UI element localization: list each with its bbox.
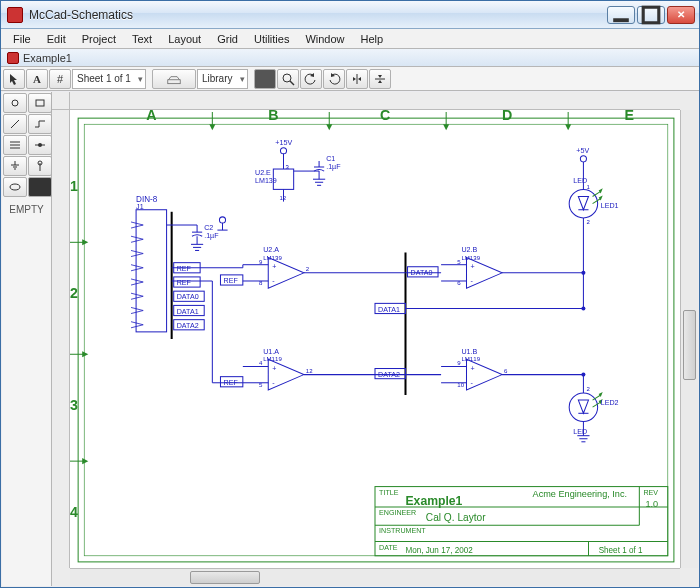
power-5v[interactable]: +5V xyxy=(576,147,589,182)
svg-text:Cal Q. Laytor: Cal Q. Laytor xyxy=(426,512,486,523)
svg-text:9: 9 xyxy=(457,359,461,366)
component-din8[interactable]: DIN-8 J1 xyxy=(131,195,167,332)
pointer-tool[interactable] xyxy=(3,69,25,89)
document-titlebar: Example1 xyxy=(1,49,699,67)
svg-text:+: + xyxy=(471,365,475,373)
component-led2[interactable]: LED2 LED 2 xyxy=(569,375,618,442)
component-led1[interactable]: LED LED1 1 2 xyxy=(569,177,618,308)
svg-line-32 xyxy=(131,225,143,228)
flip-h-tool[interactable] xyxy=(346,69,368,89)
scrollbar-thumb[interactable] xyxy=(190,571,260,584)
fill-tool-icon[interactable] xyxy=(28,177,52,197)
svg-text:Example1: Example1 xyxy=(406,494,463,508)
col-label: E xyxy=(624,110,633,123)
svg-point-69 xyxy=(219,217,225,223)
component-u2a[interactable]: + - U2.A LM139 9 8 2 xyxy=(243,246,406,288)
component-u2e[interactable]: U2.E LM139 3 12 xyxy=(255,163,294,202)
svg-line-43 xyxy=(131,307,143,310)
menu-window[interactable]: Window xyxy=(297,31,352,47)
svg-text:-: - xyxy=(272,277,275,285)
power-tool-icon[interactable] xyxy=(28,156,52,176)
svg-text:REF: REF xyxy=(177,265,192,273)
rect-tool-icon[interactable] xyxy=(28,93,52,113)
ruler-corner xyxy=(52,568,70,586)
svg-line-4 xyxy=(290,81,294,85)
text-tool[interactable]: A xyxy=(26,69,48,89)
scrollbar-thumb[interactable] xyxy=(683,310,696,380)
col-tick xyxy=(443,112,449,130)
svg-text:LM139: LM139 xyxy=(461,254,480,261)
svg-text:+: + xyxy=(471,263,475,271)
snap-tool[interactable]: # xyxy=(49,69,71,89)
rotate-left-tool[interactable] xyxy=(300,69,322,89)
left-dock: EMPTY xyxy=(2,92,52,586)
svg-text:LM139: LM139 xyxy=(255,177,277,185)
component-c2[interactable]: C2 .1µF xyxy=(167,224,220,250)
ruler-vertical xyxy=(52,110,70,568)
library-selector[interactable]: Library xyxy=(197,69,248,89)
line-tool-icon[interactable] xyxy=(3,114,27,134)
svg-rect-8 xyxy=(36,100,44,106)
svg-point-175 xyxy=(581,373,585,377)
svg-text:LED1: LED1 xyxy=(601,202,619,210)
menu-file[interactable]: File xyxy=(5,31,39,47)
svg-rect-30 xyxy=(136,210,167,332)
svg-text:2: 2 xyxy=(586,218,590,225)
canvas[interactable]: A B C D E 1 2 xyxy=(52,92,698,586)
flip-v-tool[interactable] xyxy=(369,69,391,89)
close-button[interactable]: ✕ xyxy=(667,6,695,24)
document-icon xyxy=(7,52,19,64)
power-15v[interactable]: +15V xyxy=(275,139,292,169)
svg-line-39 xyxy=(131,279,143,282)
menu-text[interactable]: Text xyxy=(124,31,160,47)
svg-text:DATE: DATE xyxy=(379,544,398,552)
col-label: C xyxy=(380,110,390,123)
menu-grid[interactable]: Grid xyxy=(209,31,246,47)
select-tool-icon[interactable] xyxy=(3,93,27,113)
ruler-corner xyxy=(680,92,698,110)
rotate-right-tool[interactable] xyxy=(323,69,345,89)
menu-edit[interactable]: Edit xyxy=(39,31,74,47)
menu-help[interactable]: Help xyxy=(353,31,392,47)
col-tick xyxy=(326,112,332,130)
col-tick xyxy=(565,112,571,130)
grid-dark-tool[interactable] xyxy=(254,69,276,89)
component-tool-icon[interactable] xyxy=(3,177,27,197)
ground-tool-icon[interactable] xyxy=(3,156,27,176)
library-button[interactable] xyxy=(152,69,196,89)
maximize-button[interactable] xyxy=(637,6,665,24)
svg-text:C2: C2 xyxy=(204,224,213,232)
app-icon xyxy=(7,7,23,23)
component-u1b[interactable]: + - U1.B LM119 9 10 6 xyxy=(441,348,583,390)
col-label: B xyxy=(268,110,278,123)
svg-text:LED: LED xyxy=(573,428,587,436)
sheet-selector[interactable]: Sheet 1 of 1 xyxy=(72,69,146,89)
svg-text:+15V: +15V xyxy=(275,139,292,147)
vertical-scrollbar[interactable] xyxy=(680,110,698,568)
schematic-sheet[interactable]: A B C D E 1 2 xyxy=(70,110,680,568)
svg-text:TITLE: TITLE xyxy=(379,489,399,497)
component-u2b[interactable]: + - U2.B LM139 5 6 xyxy=(441,246,583,288)
wire-tool-icon[interactable] xyxy=(28,114,52,134)
zoom-tool[interactable] xyxy=(277,69,299,89)
bus-tool-icon[interactable] xyxy=(3,135,27,155)
horizontal-scrollbar[interactable] xyxy=(70,568,680,586)
menu-project[interactable]: Project xyxy=(74,31,124,47)
svg-point-72 xyxy=(280,148,286,154)
svg-rect-2 xyxy=(168,79,180,83)
minimize-button[interactable] xyxy=(607,6,635,24)
net-tool-icon[interactable] xyxy=(28,135,52,155)
col-label: D xyxy=(502,110,512,123)
svg-point-162 xyxy=(581,306,585,310)
ruler-horizontal xyxy=(70,92,680,110)
col-label: A xyxy=(146,110,156,123)
component-u1a[interactable]: + - U1.A LM119 4 5 12 xyxy=(243,348,406,390)
svg-line-36 xyxy=(131,254,143,257)
menu-layout[interactable]: Layout xyxy=(160,31,209,47)
svg-line-33 xyxy=(131,236,143,239)
component-c1[interactable]: C1 .1µF xyxy=(294,155,342,185)
svg-text:-: - xyxy=(471,277,474,285)
svg-line-44 xyxy=(131,311,143,314)
svg-text:.1µF: .1µF xyxy=(204,232,219,240)
menu-utilities[interactable]: Utilities xyxy=(246,31,297,47)
